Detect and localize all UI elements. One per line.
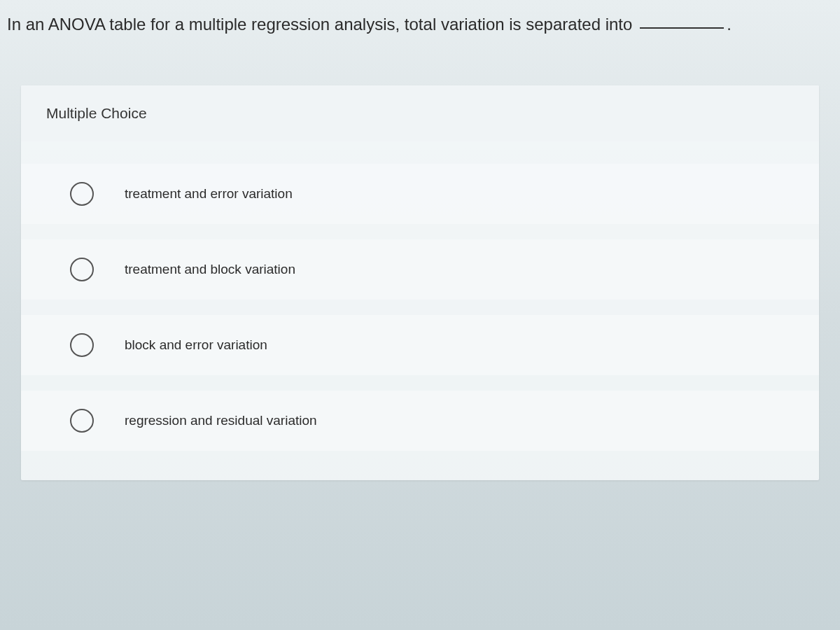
question-area: In an ANOVA table for a multiple regress… bbox=[0, 0, 840, 64]
option-label: block and error variation bbox=[125, 337, 267, 353]
question-period: . bbox=[727, 15, 732, 34]
option-label: regression and residual variation bbox=[125, 413, 317, 428]
radio-button[interactable] bbox=[70, 258, 94, 281]
radio-button[interactable] bbox=[70, 333, 94, 357]
option-row-3[interactable]: block and error variation bbox=[21, 315, 819, 375]
option-label: treatment and block variation bbox=[125, 262, 295, 277]
option-row-1[interactable]: treatment and error variation bbox=[21, 164, 819, 224]
radio-button[interactable] bbox=[70, 409, 94, 433]
option-label: treatment and error variation bbox=[125, 186, 293, 202]
radio-button[interactable] bbox=[70, 182, 94, 206]
option-row-2[interactable]: treatment and block variation bbox=[21, 239, 819, 300]
option-row-4[interactable]: regression and residual variation bbox=[21, 391, 819, 451]
question-text: In an ANOVA table for a multiple regress… bbox=[7, 15, 632, 34]
answer-card: Multiple Choice treatment and error vari… bbox=[21, 85, 819, 480]
fill-in-blank bbox=[640, 27, 724, 29]
options-list: treatment and error variation treatment … bbox=[21, 141, 819, 480]
section-label: Multiple Choice bbox=[21, 85, 819, 141]
